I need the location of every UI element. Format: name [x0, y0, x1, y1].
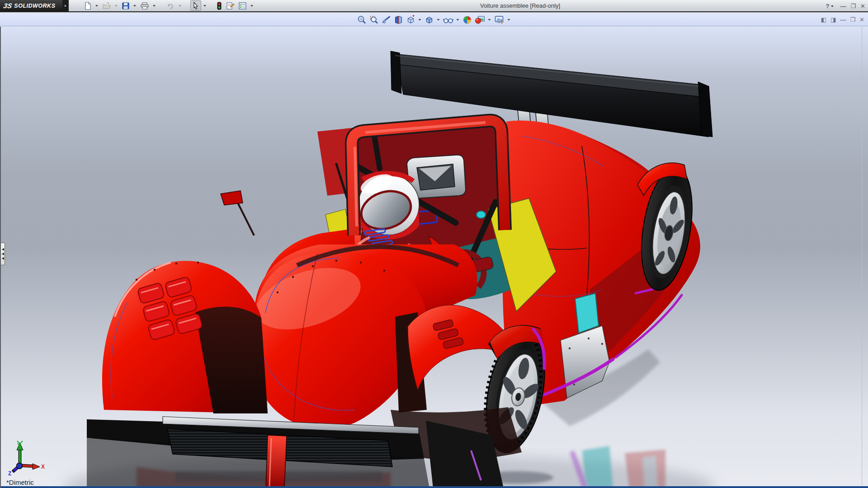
eyeglasses-icon: [443, 15, 454, 25]
left-mirror: [221, 191, 254, 235]
printer-icon: [140, 2, 149, 10]
undo-button[interactable]: [165, 0, 176, 11]
section-view-icon: [394, 15, 404, 25]
solidworks-logo-text: SOLIDWORKS: [14, 3, 55, 9]
zoom-to-area-icon: [369, 15, 379, 25]
help-dropdown-caret[interactable]: [831, 5, 834, 7]
file-properties-button[interactable]: [224, 0, 236, 11]
save-button[interactable]: [120, 0, 131, 11]
document-minimize-button[interactable]: —: [840, 16, 846, 23]
solidworks-window: 3S SOLIDWORKS ▸: [0, 0, 868, 488]
z-axis-label: Z: [8, 470, 11, 475]
collapse-arrow-icon: [2, 253, 4, 255]
display-style-icon: [425, 15, 434, 25]
new-document-icon: [84, 2, 92, 10]
new-dropdown-caret[interactable]: [95, 5, 98, 7]
window-bottom-border: [1, 486, 868, 488]
window-title: Voiture assemblee [Read-only]: [480, 0, 560, 12]
x-axis-label: X: [41, 464, 45, 470]
display-style-button[interactable]: [424, 14, 435, 25]
save-dropdown-caret[interactable]: [133, 5, 136, 7]
view-orientation-caret[interactable]: [419, 19, 421, 21]
title-bar: 3S SOLIDWORKS ▸: [0, 0, 868, 12]
open-folder-icon: [102, 2, 111, 10]
print-button[interactable]: [139, 0, 151, 11]
save-floppy-icon: [122, 2, 130, 10]
options-button[interactable]: [237, 0, 248, 11]
print-dropdown-caret[interactable]: [153, 5, 156, 7]
collapse-right-pane-button[interactable]: ◨: [830, 16, 836, 23]
undo-dropdown-caret[interactable]: [179, 5, 181, 7]
standard-toolbar: [82, 0, 255, 11]
display-style-caret[interactable]: [437, 19, 440, 21]
heads-up-toolbar-row: ◧ ◨ — ❐ ✕: [0, 13, 868, 26]
left-fender: [102, 261, 268, 413]
viewport-edge-line: [862, 27, 862, 488]
graphics-viewport[interactable]: X Z Y *Dimetric: [0, 27, 868, 488]
traffic-light-icon: [217, 2, 222, 10]
view-settings-caret[interactable]: [508, 19, 510, 21]
hide-show-items-button[interactable]: [442, 14, 455, 25]
side-window: [575, 293, 599, 333]
solidworks-logo-mark: 3S: [3, 2, 13, 9]
zoom-to-fit-icon: [357, 15, 367, 25]
race-car-3d-model: [1, 27, 868, 488]
feature-tree-collapsed-tab[interactable]: [1, 243, 5, 265]
hide-show-caret[interactable]: [457, 19, 459, 21]
document-restore-button[interactable]: ❐: [850, 16, 855, 23]
zoom-to-area-button[interactable]: [368, 14, 380, 25]
view-orientation-button[interactable]: [405, 14, 417, 25]
options-dropdown-caret[interactable]: [250, 5, 253, 7]
open-dropdown-caret[interactable]: [115, 5, 118, 7]
help-button[interactable]: ?: [826, 3, 829, 9]
nose-pylon: [266, 435, 287, 488]
select-cursor-icon: [192, 2, 200, 10]
apply-scene-icon: [475, 15, 486, 25]
minimize-button[interactable]: —: [840, 3, 846, 9]
document-window-controls: ◧ ◨ — ❐ ✕: [821, 13, 864, 26]
new-document-button[interactable]: [82, 0, 93, 11]
view-orientation-icon: [406, 15, 416, 25]
rebuild-button[interactable]: [215, 0, 223, 11]
appearance-ball-icon: [462, 15, 472, 25]
window-controls: ? — ❐ ✕: [826, 0, 865, 12]
cyan-fitting: [476, 211, 486, 218]
collapse-arrow-icon: [2, 248, 4, 251]
apply-scene-button[interactable]: [474, 14, 486, 25]
view-settings-icon: [494, 15, 505, 25]
collapse-arrow-icon: [2, 257, 4, 260]
zoom-to-fit-button[interactable]: [356, 14, 368, 25]
document-close-button[interactable]: ✕: [859, 16, 864, 23]
options-checklist-icon: [238, 2, 247, 10]
section-view-button[interactable]: [393, 14, 405, 25]
close-button[interactable]: ✕: [860, 3, 865, 9]
open-button[interactable]: [101, 0, 113, 11]
previous-view-icon: [382, 15, 392, 25]
collapse-left-pane-button[interactable]: ◧: [821, 16, 826, 23]
select-tool-button[interactable]: [190, 0, 201, 11]
previous-view-button[interactable]: [381, 14, 392, 25]
undo-arrow-icon: [166, 2, 175, 10]
solidworks-logo: 3S SOLIDWORKS: [0, 0, 62, 12]
restore-button[interactable]: ❐: [850, 3, 856, 9]
menu-expand-arrow[interactable]: ▸: [62, 0, 69, 12]
edit-appearance-button[interactable]: [462, 14, 473, 25]
heads-up-view-toolbar: [356, 13, 512, 26]
reference-triad: X Z Y: [5, 440, 45, 475]
select-dropdown-caret[interactable]: [203, 5, 206, 7]
view-orientation-label: *Dimetric: [6, 479, 34, 486]
view-settings-button[interactable]: [493, 14, 506, 25]
file-properties-icon: [226, 2, 235, 10]
y-axis-label: Y: [17, 442, 21, 449]
apply-scene-caret[interactable]: [488, 19, 491, 21]
